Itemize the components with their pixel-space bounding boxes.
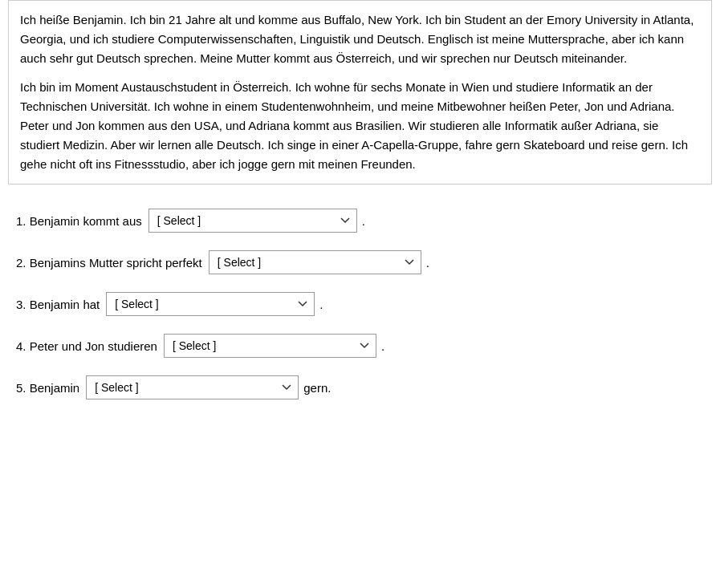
question-row-1: 1. Benjamin kommt aus [ Select ] Buffalo…	[16, 209, 704, 233]
q2-suffix: .	[426, 256, 429, 270]
question-row-4: 4. Peter und Jon studieren [ Select ] In…	[16, 334, 704, 358]
question-row-2: 2. Benjamins Mutter spricht perfekt [ Se…	[16, 250, 704, 274]
q3-select[interactable]: [ Select ] drei Mitbewohner zwei Mitbewo…	[106, 292, 315, 316]
paragraph-2: Ich bin im Moment Austauschstudent in Ös…	[20, 78, 700, 174]
paragraph-1: Ich heiße Benjamin. Ich bin 21 Jahre alt…	[20, 10, 700, 68]
q2-select[interactable]: [ Select ] Englisch Deutsch Spanisch Por…	[209, 250, 421, 274]
q4-suffix: .	[381, 339, 384, 353]
q4-number: 4. Peter und Jon studieren	[16, 339, 157, 353]
question-row-5: 5. Benjamin [ Select ] joggt singt reist…	[16, 375, 704, 399]
q1-select[interactable]: [ Select ] Buffalo, New York Atlanta, Ge…	[148, 209, 357, 233]
questions-section: 1. Benjamin kommt aus [ Select ] Buffalo…	[0, 209, 720, 399]
q3-number: 3. Benjamin hat	[16, 298, 100, 311]
q5-number: 5. Benjamin	[16, 381, 79, 395]
q4-select[interactable]: [ Select ] Informatik Medizin Linguistik…	[164, 334, 376, 358]
q5-select[interactable]: [ Select ] joggt singt reist fährt Skate…	[86, 375, 299, 399]
q5-suffix: gern.	[303, 381, 331, 395]
q1-number: 1. Benjamin kommt aus	[16, 214, 142, 228]
q2-number: 2. Benjamins Mutter spricht perfekt	[16, 256, 202, 270]
q3-suffix: .	[319, 298, 323, 311]
question-row-3: 3. Benjamin hat [ Select ] drei Mitbewoh…	[16, 292, 704, 316]
text-passage: Ich heiße Benjamin. Ich bin 21 Jahre alt…	[8, 0, 712, 185]
q1-suffix: .	[362, 214, 365, 228]
